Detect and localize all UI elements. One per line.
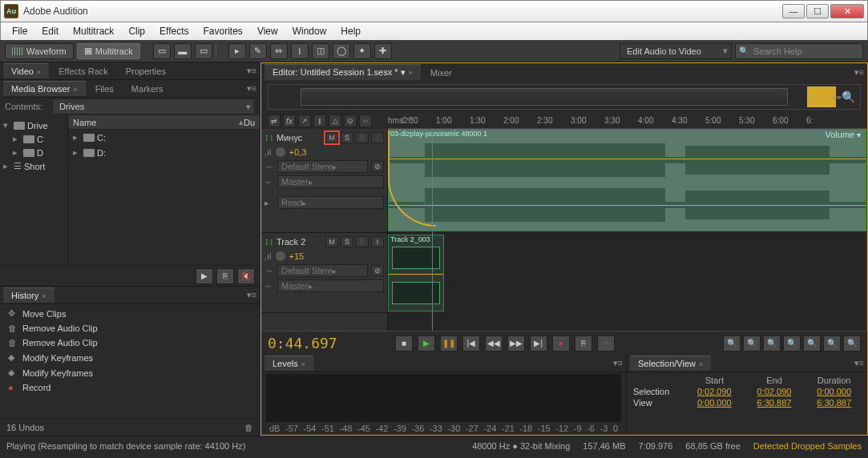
search-help-input[interactable]: Search Help (735, 43, 863, 59)
menu-help[interactable]: Help (334, 24, 367, 38)
snap-button[interactable]: ⊙ (344, 114, 357, 127)
panel-menu-icon[interactable]: ▾≡ (247, 66, 256, 76)
contents-dropdown[interactable]: Drives (52, 98, 255, 114)
tool-button-2[interactable]: ▬ (174, 43, 192, 59)
col-duration[interactable]: Du (244, 118, 255, 127)
zoom-fit-button[interactable]: 🔍 (763, 335, 781, 352)
zoom-out-v-button[interactable]: 🔍 (823, 335, 841, 352)
selection-end[interactable]: 0:02.090 (748, 387, 801, 396)
arm-record-button[interactable]: R (356, 236, 369, 247)
phase-button[interactable]: ⊘ (371, 265, 384, 276)
tab-properties[interactable]: Properties (118, 63, 174, 78)
tree-item-drives[interactable]: ▾Drive (2, 119, 66, 132)
prev-button[interactable]: |◀ (462, 335, 480, 352)
pause-button[interactable]: ❚❚ (440, 335, 458, 352)
tab-history[interactable]: History× (3, 287, 55, 303)
automation-mode[interactable]: Read ▸ (277, 196, 384, 209)
timeline-ruler[interactable]: hms ▿ 0:301:001:302:002:303:003:304:004:… (388, 113, 867, 129)
rewind-button[interactable]: ◀◀ (485, 335, 503, 352)
forward-button[interactable]: ▶▶ (507, 335, 525, 352)
list-item-d[interactable]: ▸D: (68, 145, 260, 160)
razor-tool[interactable]: ✎ (249, 43, 267, 59)
monitor-button[interactable]: I (371, 132, 384, 143)
tab-selection-view[interactable]: Selection/View× (630, 356, 711, 371)
mute-button[interactable]: M (325, 132, 338, 143)
mute-button[interactable]: M (325, 236, 338, 247)
panel-menu-icon[interactable]: ▾≡ (854, 358, 864, 368)
history-item[interactable]: ◆Modify Keyframes (2, 365, 258, 380)
tree-item-shortcuts[interactable]: ▸☰Short (2, 159, 66, 173)
zoom-out-button[interactable]: 🔍 (743, 335, 761, 352)
monitor-button[interactable]: I (371, 236, 384, 247)
panel-menu-icon[interactable]: ▾≡ (854, 67, 864, 78)
tree-item-d[interactable]: ▸D (2, 146, 66, 159)
zoom-in-button[interactable]: 🔍 (723, 335, 741, 352)
panel-menu-icon[interactable]: ▾≡ (247, 83, 256, 94)
track-2-name[interactable]: Track 2 (277, 237, 323, 247)
zoom-sel-button[interactable]: 🔍 (783, 335, 801, 352)
stop-button[interactable]: ■ (395, 335, 413, 352)
track-2-header[interactable]: ⫶⫶ Track 2 M S R I ,ıl+15 →Default Stere… (261, 233, 387, 313)
record-button[interactable]: ● (552, 335, 570, 352)
trash-icon[interactable]: 🗑 (244, 423, 253, 432)
input-route[interactable]: Default Stere ▸ (277, 264, 368, 277)
selection-duration[interactable]: 0:00.000 (807, 387, 861, 396)
history-item[interactable]: 🗑Remove Audio Clip (2, 321, 258, 335)
metronome-button[interactable]: △ (329, 114, 341, 127)
move-tool[interactable]: ▸ (228, 43, 246, 59)
menu-effects[interactable]: Effects (153, 24, 195, 38)
multitrack-button[interactable]: ▦Multitrack (77, 43, 140, 59)
menu-view[interactable]: View (251, 24, 285, 38)
tree-item-c[interactable]: ▸C (2, 132, 66, 146)
tab-media-browser[interactable]: Media Browser× (3, 81, 86, 96)
marquee-tool[interactable]: ◫ (312, 43, 329, 59)
tab-editor[interactable]: Editor: Untitled Session 1.sesx * ▾× (264, 64, 421, 80)
time-select-tool[interactable]: I (291, 43, 309, 59)
menu-clip[interactable]: Clip (122, 24, 151, 38)
history-item[interactable]: 🗑Remove Audio Clip (2, 335, 258, 350)
close-button[interactable]: ✕ (830, 4, 864, 18)
view-duration[interactable]: 6:30.887 (807, 398, 861, 408)
lasso-tool[interactable]: ◯ (333, 43, 350, 59)
zoom-out-icon[interactable]: ⊸🔍 (832, 90, 855, 103)
expand-icon[interactable]: ▸ (264, 198, 274, 208)
playhead[interactable] (432, 129, 433, 331)
output-route[interactable]: Master ▸ (277, 279, 384, 292)
tab-files[interactable]: Files (87, 81, 122, 96)
history-item[interactable]: ◆Modify Keyframes (2, 350, 258, 365)
heal-tool[interactable]: ✚ (374, 43, 392, 59)
maximize-button[interactable]: ☐ (806, 4, 829, 18)
zoom-in-v-button[interactable]: 🔍 (803, 335, 821, 352)
view-start[interactable]: 0:00.000 (688, 398, 741, 408)
phase-button[interactable]: ⊘ (371, 161, 384, 172)
view-end[interactable]: 6:30.887 (748, 398, 801, 408)
menu-edit[interactable]: Edit (35, 24, 65, 38)
skip-button[interactable]: ⤳ (597, 335, 615, 352)
waveform-button[interactable]: Waveform (5, 43, 74, 59)
audio-clip-1[interactable]: 03-dizplay-panoramic 48000 1 Volume ▾ (388, 129, 866, 231)
track-1-name[interactable]: Минус (277, 133, 323, 143)
menu-multitrack[interactable]: Multitrack (67, 24, 120, 38)
output-route[interactable]: Master ▸ (277, 175, 384, 188)
automation-line[interactable] (389, 159, 866, 159)
loop-button[interactable]: ⇄ (268, 114, 281, 127)
gain-value[interactable]: +15 (289, 251, 305, 261)
minimize-button[interactable]: — (782, 4, 805, 18)
tool-button-3[interactable]: ▭ (195, 43, 212, 59)
next-button[interactable]: ▶| (530, 335, 547, 352)
tab-markers[interactable]: Markers (123, 81, 172, 96)
solo-button[interactable]: S (341, 132, 353, 143)
time-display[interactable]: 0:44.697 (268, 335, 337, 352)
audio-clip-2[interactable]: Track 2_003 (388, 235, 444, 311)
panel-menu-icon[interactable]: ▾≡ (247, 290, 256, 300)
overview-bar[interactable]: ⊸🔍 (268, 84, 861, 110)
menu-favorites[interactable]: Favorites (197, 24, 249, 38)
menu-window[interactable]: Window (286, 24, 333, 38)
brush-tool[interactable]: ✦ (353, 43, 371, 59)
input-route[interactable]: Default Stere ▸ (277, 160, 368, 173)
status-warning[interactable]: Detected Dropped Samples (753, 441, 862, 451)
send-button[interactable]: ↗ (298, 114, 311, 127)
loop-button[interactable]: ⎘ (575, 335, 592, 352)
tab-mixer[interactable]: Mixer (422, 65, 460, 80)
history-item[interactable]: ✥Move Clips (2, 306, 258, 321)
